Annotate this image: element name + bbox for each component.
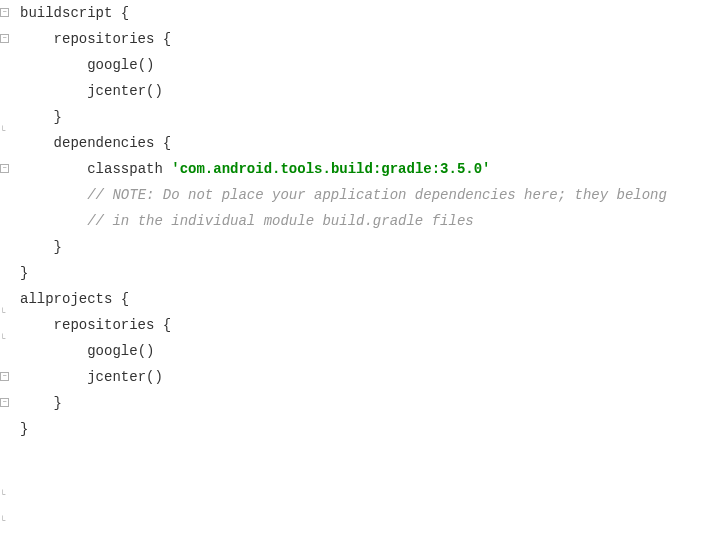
brace: } (20, 265, 28, 281)
code-editor[interactable]: └ └ └ └ └ buildscript { repositories { g… (0, 0, 728, 442)
keyword: classpath (87, 161, 163, 177)
keyword: dependencies (54, 135, 155, 151)
code-line[interactable]: } (12, 260, 728, 286)
brace: { (154, 135, 171, 151)
fold-end-icon: └ (0, 508, 5, 534)
fold-marker-icon[interactable] (0, 34, 9, 43)
comment: // NOTE: Do not place your application d… (87, 187, 667, 203)
fold-marker-icon[interactable] (0, 398, 9, 407)
brace: } (54, 239, 62, 255)
keyword: repositories (54, 317, 155, 333)
fold-end-icon: └ (0, 482, 5, 508)
code-line[interactable]: jcenter() (12, 78, 728, 104)
code-line[interactable]: } (12, 104, 728, 130)
brace: } (54, 395, 62, 411)
code-line[interactable]: // in the individual module build.gradle… (12, 208, 728, 234)
code-line[interactable]: } (12, 416, 728, 442)
fold-end-icon: └ (0, 300, 5, 326)
fold-marker-icon[interactable] (0, 8, 9, 17)
brace: } (20, 421, 28, 437)
string-literal: 'com.android.tools.build:gradle:3.5.0' (171, 161, 490, 177)
code-line[interactable]: google() (12, 338, 728, 364)
code-line[interactable]: // NOTE: Do not place your application d… (12, 182, 728, 208)
fold-marker-icon[interactable] (0, 372, 9, 381)
fold-marker-icon[interactable] (0, 164, 9, 173)
brace: { (154, 31, 171, 47)
fold-end-icon: └ (0, 326, 5, 352)
code-line[interactable]: } (12, 234, 728, 260)
keyword: repositories (54, 31, 155, 47)
space (163, 161, 171, 177)
code-line[interactable]: allprojects { (12, 286, 728, 312)
code-line[interactable]: classpath 'com.android.tools.build:gradl… (12, 156, 728, 182)
code-text: jcenter() (87, 83, 163, 99)
code-line[interactable]: repositories { (12, 312, 728, 338)
code-line[interactable]: jcenter() (12, 364, 728, 390)
code-line[interactable]: } (12, 390, 728, 416)
code-line[interactable]: repositories { (12, 26, 728, 52)
code-line[interactable]: buildscript { (12, 0, 728, 26)
fold-end-icon: └ (0, 118, 5, 144)
code-line[interactable]: google() (12, 52, 728, 78)
brace: { (112, 291, 129, 307)
comment: // in the individual module build.gradle… (87, 213, 473, 229)
code-text: jcenter() (87, 369, 163, 385)
fold-gutter: └ └ └ └ └ (0, 0, 10, 442)
code-text: google() (87, 343, 154, 359)
brace: { (112, 5, 129, 21)
keyword: allprojects (20, 291, 112, 307)
keyword: buildscript (20, 5, 112, 21)
code-text: google() (87, 57, 154, 73)
brace: } (54, 109, 62, 125)
brace: { (154, 317, 171, 333)
code-line[interactable]: dependencies { (12, 130, 728, 156)
